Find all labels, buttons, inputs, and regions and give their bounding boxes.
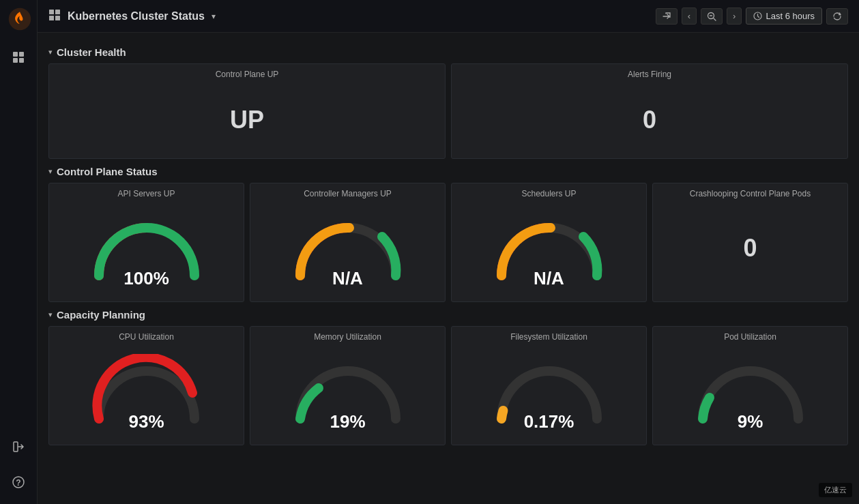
zoom-out-button[interactable]	[701, 8, 723, 25]
nav-back-button[interactable]: ‹	[682, 8, 697, 25]
dashboard-content: ▾ Cluster Health Control Plane UP UP Ale…	[38, 33, 859, 504]
filesystem-value: 0.17%	[524, 411, 574, 432]
dashboard-title: Kubernetes Cluster Status	[68, 10, 205, 23]
crashlooping-value: 0	[653, 201, 847, 295]
refresh-button[interactable]	[826, 8, 848, 25]
alerts-firing-panel: Alerts Firing 0	[451, 63, 848, 159]
control-plane-chevron: ▾	[48, 167, 53, 176]
svg-rect-2	[19, 52, 24, 57]
crashlooping-title: Crashlooping Control Plane Pods	[653, 183, 847, 201]
api-servers-value: 100%	[123, 268, 169, 289]
alerts-firing-value: 0	[452, 82, 847, 158]
sidebar: ?	[0, 0, 38, 504]
capacity-chevron: ▾	[48, 310, 53, 319]
cpu-gauge: 93%	[49, 344, 244, 438]
sidebar-logo[interactable]	[8, 7, 29, 29]
control-plane-up-title: Control Plane UP	[49, 64, 445, 82]
filesystem-gauge: 0.17%	[452, 344, 646, 438]
schedulers-panel: Schedulers UP N/A	[451, 183, 647, 302]
capacity-panels: CPU Utilization 93% Memory Utilization	[48, 326, 848, 445]
svg-rect-11	[55, 16, 60, 20]
filesystem-panel: Filesystem Utilization 0.17%	[451, 326, 647, 445]
memory-panel: Memory Utilization 19%	[250, 326, 446, 445]
dashboard-grid-icon	[48, 9, 61, 24]
topbar: Kubernetes Cluster Status ▾ ‹ ›	[38, 0, 859, 33]
controller-managers-value: N/A	[332, 268, 363, 289]
svg-rect-5	[14, 442, 18, 451]
schedulers-value: N/A	[534, 268, 564, 289]
schedulers-title: Schedulers UP	[452, 183, 646, 201]
pod-title: Pod Utilization	[653, 327, 847, 344]
time-range-picker[interactable]: Last 6 hours	[746, 8, 822, 25]
control-plane-section-header[interactable]: ▾ Control Plane Status	[48, 166, 848, 177]
control-plane-up-value: UP	[49, 82, 445, 158]
title-dropdown-arrow[interactable]: ▾	[212, 12, 216, 21]
capacity-title: Capacity Planning	[57, 309, 145, 321]
svg-text:?: ?	[16, 478, 20, 488]
controller-managers-title: Controller Managers UP	[250, 183, 445, 201]
cluster-health-title: Cluster Health	[57, 46, 126, 58]
filesystem-title: Filesystem Utilization	[452, 327, 646, 344]
control-plane-panels: API Servers UP 100% Controller Managers …	[48, 183, 848, 302]
api-servers-gauge: 100%	[49, 201, 244, 295]
watermark: 亿速云	[819, 483, 852, 497]
pod-gauge: 9%	[653, 344, 847, 438]
crashlooping-panel: Crashlooping Control Plane Pods 0	[652, 183, 848, 302]
topbar-actions: ‹ › Last 6 hours	[656, 8, 848, 25]
controller-managers-gauge: N/A	[250, 201, 445, 295]
controller-managers-panel: Controller Managers UP N/A	[250, 183, 446, 302]
schedulers-gauge: N/A	[452, 201, 646, 295]
memory-value: 19%	[330, 411, 365, 432]
svg-rect-1	[13, 52, 18, 57]
memory-title: Memory Utilization	[250, 327, 445, 344]
control-plane-title: Control Plane Status	[57, 166, 158, 177]
nav-forward-button[interactable]: ›	[727, 8, 742, 25]
svg-rect-3	[13, 58, 18, 63]
cluster-health-panels: Control Plane UP UP Alerts Firing 0	[48, 63, 848, 159]
cluster-health-chevron: ▾	[48, 48, 53, 57]
pod-value: 9%	[738, 411, 763, 432]
svg-rect-9	[55, 10, 60, 14]
time-range-label: Last 6 hours	[766, 11, 815, 21]
capacity-section-header[interactable]: ▾ Capacity Planning	[48, 309, 848, 321]
sidebar-dashboards-icon[interactable]	[6, 45, 31, 70]
cpu-panel: CPU Utilization 93%	[48, 326, 244, 445]
api-servers-panel: API Servers UP 100%	[48, 183, 244, 302]
alerts-firing-title: Alerts Firing	[452, 64, 847, 82]
svg-rect-10	[49, 16, 54, 20]
sidebar-help-icon[interactable]: ?	[6, 470, 31, 494]
pod-panel: Pod Utilization 9%	[652, 326, 848, 445]
cpu-value: 93%	[128, 411, 164, 432]
cluster-health-section-header[interactable]: ▾ Cluster Health	[48, 46, 848, 58]
api-servers-title: API Servers UP	[49, 183, 244, 201]
svg-rect-4	[19, 58, 24, 63]
control-plane-up-panel: Control Plane UP UP	[48, 63, 446, 159]
svg-rect-8	[49, 10, 54, 14]
sidebar-bottom: ?	[6, 432, 31, 497]
share-button[interactable]	[656, 8, 678, 25]
cpu-title: CPU Utilization	[49, 327, 244, 344]
main-area: Kubernetes Cluster Status ▾ ‹ ›	[38, 0, 859, 504]
sidebar-signin-icon[interactable]	[6, 434, 31, 459]
memory-gauge: 19%	[250, 344, 445, 438]
